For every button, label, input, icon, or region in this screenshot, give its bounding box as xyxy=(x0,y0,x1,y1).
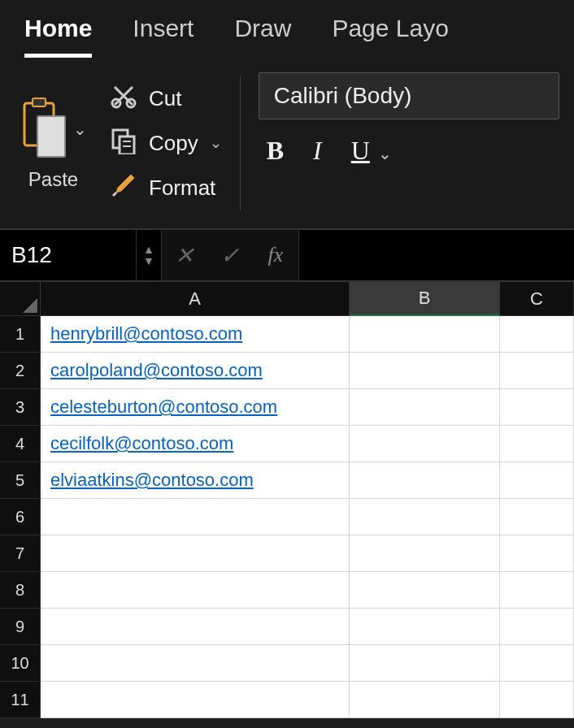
cell[interactable] xyxy=(41,572,350,609)
cell[interactable]: henrybrill@contoso.com xyxy=(41,316,350,353)
cut-button[interactable]: Cut xyxy=(110,82,222,115)
row-header[interactable]: 9 xyxy=(0,609,41,645)
cell[interactable] xyxy=(350,426,500,462)
format-painter-button[interactable]: Format xyxy=(110,171,222,205)
cell[interactable] xyxy=(41,535,350,572)
column-header-C[interactable]: C xyxy=(500,282,574,316)
row-header[interactable]: 2 xyxy=(0,353,41,389)
cell[interactable] xyxy=(350,353,500,389)
underline-button[interactable]: U xyxy=(351,136,370,166)
column-header-A[interactable]: A xyxy=(41,282,350,316)
spinner-down-icon[interactable]: ▼ xyxy=(143,255,154,266)
chevron-down-icon[interactable]: ⌄ xyxy=(378,144,392,163)
bold-button[interactable]: B xyxy=(267,136,284,166)
cell[interactable] xyxy=(500,535,574,572)
table-row: 5elviaatkins@contoso.com xyxy=(0,462,574,499)
copy-label: Copy xyxy=(149,131,198,156)
row-header[interactable]: 1 xyxy=(0,316,41,353)
table-row: 6 xyxy=(0,499,574,535)
accept-formula-button[interactable]: ✓ xyxy=(207,230,253,280)
table-row: 4cecilfolk@contoso.com xyxy=(0,426,574,462)
tab-page-layout[interactable]: Page Layo xyxy=(332,15,448,58)
name-box[interactable]: B12 xyxy=(0,230,137,280)
cell[interactable]: celesteburton@contoso.com xyxy=(41,389,350,426)
cell[interactable] xyxy=(500,389,574,426)
email-link[interactable]: carolpoland@contoso.com xyxy=(50,360,263,381)
cell[interactable] xyxy=(41,645,350,682)
paintbrush-icon xyxy=(110,171,137,205)
cell[interactable] xyxy=(500,682,574,718)
email-link[interactable]: henrybrill@contoso.com xyxy=(50,323,242,344)
spinner-up-icon[interactable]: ▲ xyxy=(143,244,154,255)
ribbon-toolbar: ⌄ Paste Cut Copy ⌄ Format Calibri (Body) xyxy=(0,58,574,228)
cell[interactable] xyxy=(500,462,574,499)
cancel-formula-button[interactable]: ✕ xyxy=(162,230,207,280)
svg-rect-1 xyxy=(33,98,46,106)
copy-button[interactable]: Copy ⌄ xyxy=(110,127,222,160)
cell[interactable] xyxy=(500,572,574,609)
email-link[interactable]: elviaatkins@contoso.com xyxy=(50,470,254,491)
cell[interactable] xyxy=(350,609,500,645)
cell[interactable] xyxy=(350,535,500,572)
table-row: 10 xyxy=(0,645,574,682)
row-header[interactable]: 5 xyxy=(0,462,41,499)
tab-draw[interactable]: Draw xyxy=(234,15,291,58)
cell[interactable]: elviaatkins@contoso.com xyxy=(41,462,350,499)
cell[interactable] xyxy=(41,499,350,535)
cell[interactable]: cecilfolk@contoso.com xyxy=(41,426,350,462)
cut-label: Cut xyxy=(149,86,181,111)
tab-home[interactable]: Home xyxy=(24,15,92,58)
cell[interactable] xyxy=(41,609,350,645)
row-header[interactable]: 8 xyxy=(0,572,41,609)
paste-label: Paste xyxy=(28,168,78,191)
column-header-B[interactable]: B xyxy=(350,282,500,316)
separator xyxy=(240,76,241,210)
row-header[interactable]: 3 xyxy=(0,389,41,426)
column-header-row: A B C xyxy=(0,282,574,316)
namebox-spinner[interactable]: ▲ ▼ xyxy=(137,230,162,280)
cell[interactable] xyxy=(350,462,500,499)
cell[interactable] xyxy=(350,682,500,718)
formula-input[interactable] xyxy=(298,230,574,280)
cell[interactable] xyxy=(350,645,500,682)
row-header[interactable]: 10 xyxy=(0,645,41,682)
cell[interactable] xyxy=(350,389,500,426)
cell[interactable] xyxy=(500,499,574,535)
cell[interactable] xyxy=(500,426,574,462)
table-row: 9 xyxy=(0,609,574,645)
row-header[interactable]: 6 xyxy=(0,499,41,535)
select-all-button[interactable] xyxy=(0,282,41,316)
table-row: 2carolpoland@contoso.com xyxy=(0,353,574,389)
email-link[interactable]: cecilfolk@contoso.com xyxy=(50,433,233,454)
cell[interactable] xyxy=(500,316,574,353)
cell[interactable] xyxy=(500,609,574,645)
table-row: 1henrybrill@contoso.com xyxy=(0,316,574,353)
copy-icon xyxy=(110,127,137,160)
cell[interactable] xyxy=(350,499,500,535)
cell[interactable] xyxy=(350,316,500,353)
format-label: Format xyxy=(149,176,215,201)
chevron-down-icon[interactable]: ⌄ xyxy=(73,119,87,139)
cell[interactable] xyxy=(41,682,350,718)
row-header[interactable]: 7 xyxy=(0,535,41,572)
spreadsheet-grid: A B C 1henrybrill@contoso.com2carolpolan… xyxy=(0,282,574,718)
italic-button[interactable]: I xyxy=(313,136,322,166)
svg-rect-2 xyxy=(37,116,65,157)
row-header[interactable]: 4 xyxy=(0,426,41,462)
font-name-select[interactable]: Calibri (Body) xyxy=(259,72,559,119)
cell[interactable] xyxy=(500,645,574,682)
tab-insert[interactable]: Insert xyxy=(133,15,194,58)
cell[interactable] xyxy=(500,353,574,389)
insert-function-button[interactable]: fx xyxy=(253,230,298,280)
chevron-down-icon: ⌄ xyxy=(210,134,222,152)
table-row: 8 xyxy=(0,572,574,609)
table-row: 7 xyxy=(0,535,574,572)
clipboard-icon[interactable] xyxy=(20,95,68,163)
font-group: Calibri (Body) B I U ⌄ xyxy=(259,69,559,217)
formula-bar: B12 ▲ ▼ ✕ ✓ fx xyxy=(0,228,574,282)
cell[interactable] xyxy=(350,572,500,609)
row-header[interactable]: 11 xyxy=(0,682,41,718)
cell[interactable]: carolpoland@contoso.com xyxy=(41,353,350,389)
table-row: 11 xyxy=(0,682,574,718)
email-link[interactable]: celesteburton@contoso.com xyxy=(50,396,277,418)
